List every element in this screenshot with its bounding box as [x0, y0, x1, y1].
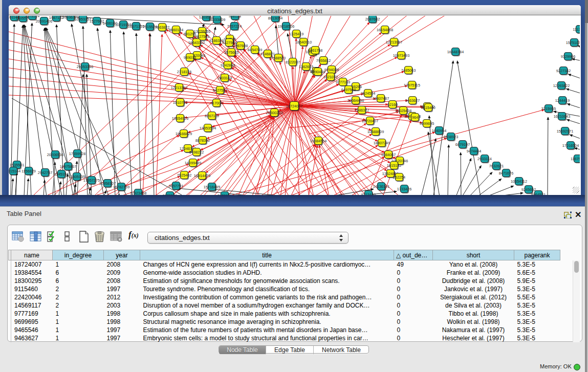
svg-text:1112043: 1112043 [573, 27, 580, 32]
svg-text:3624554: 3624554 [361, 91, 375, 96]
svg-text:16154808: 16154808 [377, 28, 393, 32]
svg-text:1527602: 1527602 [90, 19, 104, 24]
svg-text:9657791: 9657791 [169, 184, 183, 188]
svg-text:1167537: 1167537 [571, 157, 580, 161]
svg-text:10975867: 10975867 [60, 164, 76, 169]
svg-text:9699695: 9699695 [420, 121, 434, 126]
svg-text:8938923: 8938923 [444, 135, 458, 139]
svg-text:18724007: 18724007 [286, 104, 302, 108]
svg-text:14099489: 14099489 [185, 161, 201, 165]
svg-text:9242848: 9242848 [221, 63, 235, 68]
svg-text:16914479: 16914479 [194, 173, 210, 178]
svg-text:17957275: 17957275 [83, 178, 100, 183]
svg-text:10025438: 10025438 [395, 108, 411, 113]
svg-text:9827505: 9827505 [195, 34, 209, 39]
svg-text:2803144: 2803144 [217, 76, 232, 80]
svg-text:1325419: 1325419 [289, 32, 303, 36]
svg-text:2942757: 2942757 [38, 170, 52, 175]
svg-text:8322037: 8322037 [286, 60, 300, 64]
svg-text:1733426: 1733426 [397, 187, 411, 191]
svg-text:12213382: 12213382 [171, 85, 187, 90]
svg-text:7625402: 7625402 [177, 173, 191, 178]
svg-text:8471676: 8471676 [499, 171, 513, 176]
svg-text:8878352: 8878352 [195, 138, 210, 143]
svg-text:9463627: 9463627 [405, 98, 420, 103]
svg-text:7663822: 7663822 [155, 25, 169, 30]
svg-text:1145194: 1145194 [54, 172, 69, 177]
svg-text:19218506: 19218506 [278, 24, 294, 29]
svg-text:1535501: 1535501 [10, 163, 24, 167]
svg-text:10973493: 10973493 [393, 53, 409, 58]
svg-text:3215955: 3215955 [541, 106, 556, 111]
svg-text:25300233: 25300233 [266, 111, 282, 115]
svg-text:8990448: 8990448 [311, 70, 325, 74]
svg-text:2967608: 2967608 [233, 43, 248, 48]
svg-text:9084067: 9084067 [381, 152, 396, 157]
svg-text:12505135: 12505135 [69, 174, 85, 179]
svg-text:989013: 989013 [184, 55, 196, 60]
svg-text:9474444: 9474444 [467, 149, 481, 154]
svg-text:2279514: 2279514 [25, 16, 39, 18]
svg-text:3675685: 3675685 [224, 50, 238, 55]
svg-text:8813054: 8813054 [268, 16, 282, 20]
svg-text:964: 964 [412, 115, 418, 120]
svg-text:20364436: 20364436 [347, 98, 364, 103]
svg-text:7357224: 7357224 [227, 24, 242, 29]
svg-text:8267110: 8267110 [205, 114, 219, 118]
svg-text:15751074: 15751074 [566, 40, 580, 45]
svg-text:29053346: 29053346 [77, 64, 93, 69]
svg-text:15716485: 15716485 [204, 185, 220, 189]
svg-text:1010755: 1010755 [173, 100, 187, 105]
svg-text:19166829: 19166829 [176, 132, 192, 136]
svg-text:7955812: 7955812 [316, 58, 331, 63]
svg-text:6879197: 6879197 [455, 142, 470, 147]
svg-text:10654112: 10654112 [511, 179, 527, 184]
svg-text:16648784: 16648784 [447, 50, 464, 54]
svg-text:1640954: 1640954 [432, 128, 446, 133]
svg-text:5498222: 5498222 [189, 150, 204, 155]
svg-text:16210643: 16210643 [554, 114, 570, 119]
svg-text:252254: 252254 [393, 175, 405, 180]
svg-text:2933114: 2933114 [477, 157, 492, 161]
svg-text:62160: 62160 [387, 102, 398, 107]
svg-text:7485063: 7485063 [401, 68, 416, 73]
svg-text:6961758: 6961758 [308, 48, 322, 53]
svg-text:17016504: 17016504 [562, 143, 579, 148]
svg-text:10688609: 10688609 [367, 129, 384, 134]
svg-text:7632621: 7632621 [489, 164, 504, 168]
svg-text:1987132: 1987132 [49, 16, 63, 20]
svg-text:9245652: 9245652 [521, 187, 536, 192]
svg-text:16543362: 16543362 [188, 40, 205, 45]
svg-text:18807249: 18807249 [374, 141, 390, 145]
svg-text:15720407: 15720407 [362, 119, 378, 123]
svg-text:9777169: 9777169 [336, 80, 350, 84]
svg-text:2087682: 2087682 [365, 17, 380, 21]
svg-text:17975115: 17975115 [404, 83, 420, 87]
svg-text:10807487: 10807487 [373, 96, 389, 101]
svg-text:1244419: 1244419 [555, 98, 570, 103]
svg-text:6497568: 6497568 [341, 87, 356, 92]
svg-text:2718176: 2718176 [177, 70, 191, 74]
svg-text:10853257: 10853257 [75, 17, 91, 21]
svg-text:1621072: 1621072 [323, 75, 338, 79]
svg-text:8660124: 8660124 [169, 28, 183, 32]
svg-text:917004: 917004 [210, 101, 223, 105]
svg-text:17359928: 17359928 [69, 151, 85, 156]
svg-text:19654925: 19654925 [172, 116, 188, 121]
svg-text:9329966: 9329966 [561, 54, 575, 59]
svg-text:7588520: 7588520 [271, 56, 286, 60]
svg-text:15692971: 15692971 [557, 129, 573, 134]
svg-text:9794028: 9794028 [324, 68, 339, 72]
svg-text:8427552: 8427552 [213, 88, 227, 93]
svg-text:1615132: 1615132 [387, 163, 401, 168]
svg-text:1362615: 1362615 [299, 64, 313, 69]
svg-text:16782759: 16782759 [113, 185, 129, 189]
svg-text:13353594: 13353594 [200, 126, 216, 130]
svg-text:12093822: 12093822 [553, 83, 570, 88]
svg-text:16671355: 16671355 [128, 24, 144, 29]
svg-text:19384554: 19384554 [310, 139, 326, 143]
svg-text:20206536: 20206536 [47, 152, 63, 157]
svg-text:12923468: 12923468 [130, 191, 146, 195]
svg-text:12213967: 12213967 [386, 40, 402, 45]
svg-text:14136141: 14136141 [373, 184, 389, 189]
